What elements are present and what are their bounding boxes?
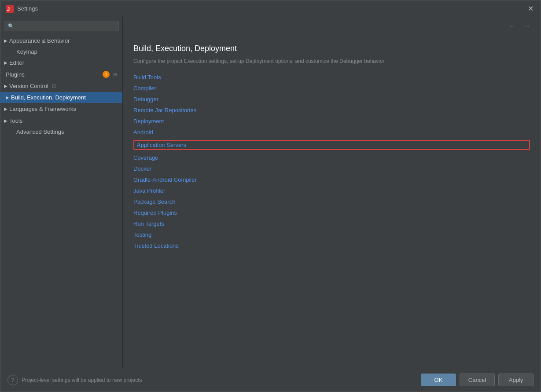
sidebar-item-label: Appearance & Behavior [9, 37, 70, 44]
sidebar-item-version-control[interactable]: ▶ Version Control ⊞ [0, 80, 122, 92]
window-title: Settings [17, 5, 526, 12]
chevron-right-icon: ▶ [6, 95, 9, 100]
sidebar-item-label: Version Control [9, 83, 48, 89]
chevron-right-icon: ▶ [4, 38, 7, 43]
plugins-grid-icon: ⊞ [113, 72, 117, 77]
cancel-button[interactable]: Cancel [460, 374, 495, 386]
chevron-right-icon: ▶ [4, 106, 7, 111]
link-trusted-locations[interactable]: Trusted Locations [133, 242, 530, 249]
sidebar-item-appearance[interactable]: ▶ Appearance & Behavior [0, 35, 122, 47]
title-bar: J Settings ✕ [0, 0, 541, 17]
link-coverage[interactable]: Coverage [133, 154, 530, 161]
link-testing[interactable]: Testing [133, 231, 530, 238]
page-title: Build, Execution, Deployment [133, 44, 530, 53]
sidebar-item-editor[interactable]: ▶ Editor [0, 57, 122, 69]
main-panel: ← → Build, Execution, Deployment Configu… [123, 17, 541, 368]
search-box[interactable]: 🔍 [4, 21, 119, 31]
apply-button[interactable]: Apply [498, 374, 534, 386]
app-icon: J [6, 5, 14, 13]
sidebar-item-languages[interactable]: ▶ Languages & Frameworks [0, 103, 122, 115]
advanced-settings-label: Advanced Settings [16, 128, 64, 135]
chevron-right-icon: ▶ [4, 118, 7, 123]
sidebar-item-label: Editor [9, 59, 24, 66]
link-compiler[interactable]: Compiler [133, 85, 530, 92]
back-button[interactable]: ← [505, 21, 519, 31]
link-required-plugins[interactable]: Required Plugins [133, 209, 530, 216]
sidebar-item-tools[interactable]: ▶ Tools [0, 115, 122, 127]
main-content: Build, Execution, Deployment Configure t… [123, 35, 541, 368]
link-android[interactable]: Android [133, 129, 530, 136]
link-java-profiler[interactable]: Java Profiler [133, 187, 530, 194]
link-gradle-android[interactable]: Gradle-Android Compiler [133, 176, 530, 183]
sidebar-item-label: Languages & Frameworks [9, 106, 76, 112]
link-docker[interactable]: Docker [133, 165, 530, 172]
footer: ? Project-level settings will be applied… [0, 368, 541, 392]
panel-header: ← → [123, 17, 541, 35]
page-description: Configure the project Execution settings… [133, 58, 530, 65]
link-debugger[interactable]: Debugger [133, 96, 530, 103]
sidebar-item-plugins[interactable]: Plugins 1 ⊞ [0, 69, 122, 80]
help-button[interactable]: ? [7, 375, 18, 385]
search-icon: 🔍 [8, 23, 14, 29]
ok-button[interactable]: OK [421, 374, 456, 386]
footer-info-text: Project-level settings will be applied t… [22, 377, 417, 383]
close-button[interactable]: ✕ [526, 3, 535, 15]
settings-links: Build Tools Compiler Debugger Remote Jar… [133, 74, 530, 249]
link-run-targets[interactable]: Run Targets [133, 220, 530, 227]
nav-buttons: ← → [505, 21, 534, 31]
chevron-right-icon: ▶ [4, 84, 7, 88]
sidebar-item-build-execution[interactable]: ▶ Build, Execution, Deployment [0, 92, 122, 103]
sidebar-item-label: Build, Execution, Deployment [11, 94, 117, 101]
svg-text:J: J [7, 7, 10, 12]
sidebar-item-advanced-settings[interactable]: Advanced Settings [0, 127, 122, 137]
keymap-label: Keymap [16, 48, 37, 55]
settings-window: J Settings ✕ 🔍 ▶ Appearance & Behavior K… [0, 0, 541, 392]
link-build-tools[interactable]: Build Tools [133, 74, 530, 81]
chevron-right-icon: ▶ [4, 60, 7, 65]
link-package-search[interactable]: Package Search [133, 198, 530, 205]
forward-button[interactable]: → [520, 21, 534, 31]
plugins-badge: 1 [103, 71, 110, 78]
search-input[interactable] [17, 23, 115, 29]
sidebar-item-keymap[interactable]: Keymap [0, 47, 122, 57]
version-control-icon: ⊞ [52, 83, 56, 89]
link-remote-jar[interactable]: Remote Jar Repositories [133, 107, 530, 114]
link-application-servers[interactable]: Application Servers [133, 140, 530, 150]
link-deployment[interactable]: Deployment [133, 118, 530, 125]
plugins-label: Plugins [6, 71, 101, 78]
sidebar-item-label: Tools [9, 117, 22, 124]
sidebar: 🔍 ▶ Appearance & Behavior Keymap ▶ Edito… [0, 17, 123, 368]
